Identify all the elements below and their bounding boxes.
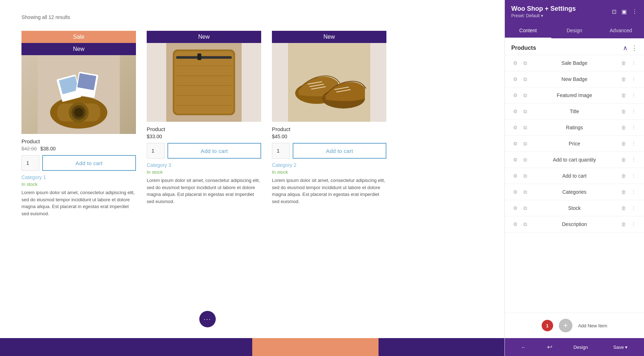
settings-icon-5[interactable]: ⚙ [511, 124, 519, 131]
copy-icon-3[interactable]: ⧉ [521, 91, 529, 99]
tab-advanced[interactable]: Advanced [597, 23, 644, 38]
qty-input-1[interactable] [21, 155, 39, 171]
new-badge-3: New [272, 31, 386, 43]
qty-input-3[interactable] [272, 143, 290, 159]
item-icons-left-2: ⚙ ⧉ [511, 75, 529, 83]
panel-bottom-footer: ← ↩ Design Save ▾ [505, 338, 644, 356]
collapse-icon[interactable]: ∧ [623, 44, 628, 52]
more-icon-2[interactable]: ⋮ [630, 75, 638, 83]
settings-icon[interactable]: ⚙ [511, 59, 519, 67]
panel-preset[interactable]: Preset: Default ▾ [511, 13, 608, 18]
sale-badge-1: Sale [21, 31, 136, 43]
add-new-item-label: Add New Item [578, 323, 608, 328]
product-price-3: $45.00 [272, 134, 386, 139]
delete-icon-11[interactable]: 🗑 [620, 220, 628, 228]
item-actions-right-8: 🗑 ⋮ [620, 172, 638, 180]
copy-icon-11[interactable]: ⧉ [521, 220, 529, 228]
more-icon-4[interactable]: ⋮ [630, 107, 638, 115]
delete-icon-2[interactable]: 🗑 [620, 75, 628, 83]
settings-icon-11[interactable]: ⚙ [511, 220, 519, 228]
more-icon[interactable]: ⋮ [630, 59, 638, 67]
bottom-bar-orange [252, 338, 379, 356]
settings-icon-7[interactable]: ⚙ [511, 156, 519, 164]
item-label-sale-badge: Sale Badge [532, 60, 617, 66]
main-content: Showing all 12 results Sale New [0, 0, 504, 356]
tab-content[interactable]: Content [505, 23, 551, 38]
more-icon-9[interactable]: ⋮ [630, 188, 638, 196]
product-category-3[interactable]: Category 2 [272, 162, 386, 168]
settings-icon-2[interactable]: ⚙ [511, 75, 519, 83]
regular-price-3: $45.00 [272, 134, 287, 139]
camera-image [21, 55, 136, 134]
bottom-bar-purple-2 [126, 338, 253, 356]
settings-icon-9[interactable]: ⚙ [511, 188, 519, 196]
add-new-item-button[interactable]: + [559, 319, 572, 332]
floating-menu-button[interactable]: ··· [199, 311, 216, 327]
settings-icon-4[interactable]: ⚙ [511, 107, 519, 115]
design-button[interactable]: Design [569, 342, 592, 352]
delete-icon-8[interactable]: 🗑 [620, 172, 628, 180]
add-to-cart-btn-3[interactable]: Add to cart [293, 143, 386, 159]
copy-icon-7[interactable]: ⧉ [521, 156, 529, 164]
list-item-stock: ⚙ ⧉ Stock 🗑 ⋮ [505, 200, 644, 216]
copy-icon-8[interactable]: ⧉ [521, 172, 529, 180]
settings-icon-10[interactable]: ⚙ [511, 204, 519, 212]
item-icons-left-7: ⚙ ⧉ [511, 156, 529, 164]
item-icons-left-4: ⚙ ⧉ [511, 107, 529, 115]
more-icon-10[interactable]: ⋮ [630, 204, 638, 212]
item-icons-left-3: ⚙ ⧉ [511, 91, 529, 99]
panel-section-title: Products [511, 45, 536, 51]
copy-icon-5[interactable]: ⧉ [521, 124, 529, 131]
item-actions-right-5: 🗑 ⋮ [620, 124, 638, 131]
copy-icon-9[interactable]: ⧉ [521, 188, 529, 196]
copy-icon-10[interactable]: ⧉ [521, 204, 529, 212]
item-actions-right-2: 🗑 ⋮ [620, 75, 638, 83]
more-icon-3[interactable]: ⋮ [630, 91, 638, 99]
settings-icon-3[interactable]: ⚙ [511, 91, 519, 99]
delete-icon-5[interactable]: 🗑 [620, 124, 628, 131]
delete-icon-4[interactable]: 🗑 [620, 107, 628, 115]
back-icon[interactable]: ↩ [547, 343, 552, 351]
svg-rect-12 [175, 51, 234, 114]
list-item-add-to-cart-qty: ⚙ ⧉ Add to cart quantity 🗑 ⋮ [505, 152, 644, 168]
product-stock-2: In stock [147, 169, 261, 175]
settings-icon-8[interactable]: ⚙ [511, 172, 519, 180]
more-icon-7[interactable]: ⋮ [630, 156, 638, 164]
undo-button[interactable]: ← [517, 342, 530, 352]
copy-icon-4[interactable]: ⧉ [521, 107, 529, 115]
section-menu-icon[interactable]: ⋮ [631, 44, 638, 52]
copy-icon-6[interactable]: ⧉ [521, 140, 529, 148]
delete-icon-6[interactable]: 🗑 [620, 140, 628, 148]
qty-input-2[interactable] [147, 143, 165, 159]
tab-design[interactable]: Design [551, 23, 598, 38]
responsive-icon[interactable]: ⊡ [612, 8, 616, 15]
product-category-1[interactable]: Category 1 [21, 174, 136, 180]
more-icon-5[interactable]: ⋮ [630, 124, 638, 131]
delete-icon-10[interactable]: 🗑 [620, 204, 628, 212]
copy-icon-2[interactable]: ⧉ [521, 75, 529, 83]
layout-icon[interactable]: ▣ [621, 8, 627, 15]
item-actions-right-4: 🗑 ⋮ [620, 107, 638, 115]
svg-rect-14 [197, 53, 201, 60]
add-to-cart-btn-1[interactable]: Add to cart [42, 155, 136, 171]
svg-point-5 [74, 108, 83, 117]
more-icon[interactable]: ⋮ [632, 8, 638, 15]
more-icon-8[interactable]: ⋮ [630, 172, 638, 180]
more-icon-6[interactable]: ⋮ [630, 140, 638, 148]
item-icons-left-5: ⚙ ⧉ [511, 124, 529, 131]
delete-icon-9[interactable]: 🗑 [620, 188, 628, 196]
item-icons-left-9: ⚙ ⧉ [511, 188, 529, 196]
item-icons-left-8: ⚙ ⧉ [511, 172, 529, 180]
copy-icon[interactable]: ⧉ [521, 59, 529, 67]
delete-icon[interactable]: 🗑 [620, 59, 628, 67]
save-button[interactable]: Save ▾ [609, 342, 632, 352]
add-to-cart-btn-2[interactable]: Add to cart [167, 143, 261, 159]
delete-icon-7[interactable]: 🗑 [620, 156, 628, 164]
delete-icon-3[interactable]: 🗑 [620, 91, 628, 99]
product-desc-1: Lorem ipsum dolor sit amet, consectetur … [21, 189, 136, 217]
settings-icon-6[interactable]: ⚙ [511, 140, 519, 148]
product-category-2[interactable]: Category 3 [147, 162, 261, 168]
more-icon-11[interactable]: ⋮ [630, 220, 638, 228]
product-price-2: $33.00 [147, 134, 261, 139]
item-icons-left-11: ⚙ ⧉ [511, 220, 529, 228]
